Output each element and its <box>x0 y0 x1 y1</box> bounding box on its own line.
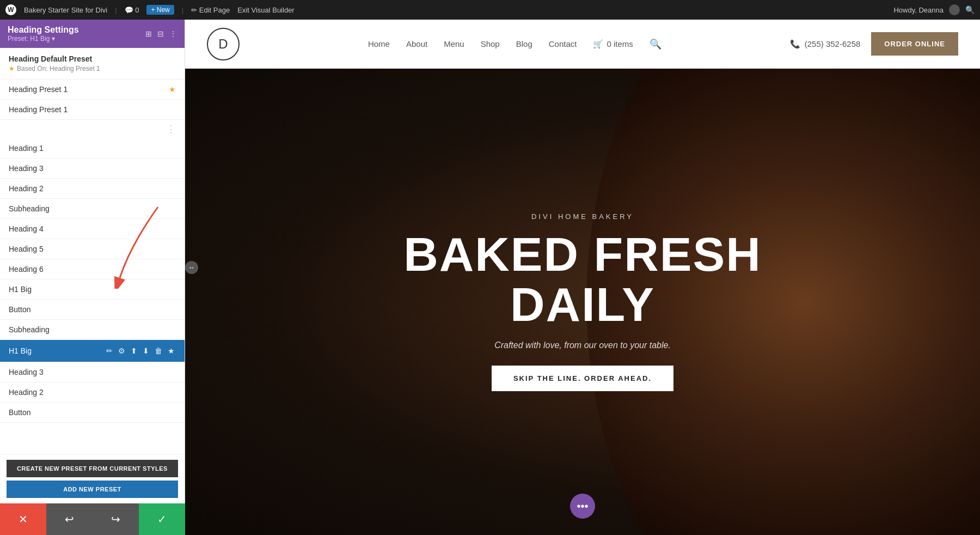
list-item[interactable]: Heading Preset 1 ★ <box>0 80 185 100</box>
preset-actions-bar: ✏ ⚙ ⬆ ⬇ 🗑 ★ <box>105 345 176 356</box>
wp-logo[interactable]: W <box>5 4 16 15</box>
floating-dots-button[interactable]: ••• <box>570 494 595 519</box>
nav-home[interactable]: Home <box>368 39 390 48</box>
redo-button[interactable]: ↪ <box>93 503 139 535</box>
hero-title: BAKED FRESH DAILY <box>392 229 773 330</box>
sidebar-footer: CREATE NEW PRESET FROM CURRENT STYLES AD… <box>0 454 185 503</box>
preset-list-scroll[interactable]: Heading Default Preset ★ Based On: Headi… <box>0 48 185 454</box>
phone-area: 📞 (255) 352-6258 <box>790 39 861 49</box>
based-on-star: ★ <box>9 65 15 72</box>
panel-icon-2[interactable]: ⊟ <box>157 29 164 38</box>
add-preset-button[interactable]: ADD NEW PRESET <box>7 481 178 498</box>
list-item[interactable]: Subheading <box>0 199 185 219</box>
list-item[interactable]: Heading 3 <box>0 159 185 179</box>
preview-area: D Home About Menu Shop Blog Contact 🛒 0 … <box>185 20 980 535</box>
sidebar-panel: Heading Settings Preset: H1 Big ▾ ⊞ ⊟ ⋮ … <box>0 20 185 535</box>
hero-subtitle: DIVI HOME BAKERY <box>392 212 773 221</box>
site-name-link[interactable]: Bakery Starter Site for Divi <box>24 6 107 14</box>
order-online-button[interactable]: ORDER ONLINE <box>871 32 958 56</box>
new-button[interactable]: + New <box>146 5 174 15</box>
nav-blog[interactable]: Blog <box>516 39 532 48</box>
admin-bar: W Bakery Starter Site for Divi | 💬 0 + N… <box>0 0 980 20</box>
h1-big-active-item[interactable]: H1 Big ✏ ⚙ ⬆ ⬇ 🗑 ★ <box>0 340 185 362</box>
sidebar-header: Heading Settings Preset: H1 Big ▾ ⊞ ⊟ ⋮ <box>0 20 185 48</box>
delete-preset-icon[interactable]: 🗑 <box>154 345 163 356</box>
cart-icon: 🛒 <box>593 39 603 49</box>
undo-button[interactable]: ↩ <box>46 503 93 535</box>
site-right: 📞 (255) 352-6258 ORDER ONLINE <box>790 32 958 56</box>
site-logo[interactable]: D <box>207 28 240 60</box>
list-item[interactable]: Heading 2 <box>0 382 185 403</box>
list-item[interactable]: Button <box>0 300 185 320</box>
star-icon: ★ <box>169 85 176 94</box>
create-preset-button[interactable]: CREATE NEW PRESET FROM CURRENT STYLES <box>7 460 178 477</box>
nav-shop[interactable]: Shop <box>481 39 500 48</box>
edit-preset-icon[interactable]: ✏ <box>105 345 114 356</box>
main-area: Heading Settings Preset: H1 Big ▾ ⊞ ⊟ ⋮ … <box>0 20 980 535</box>
star-preset-icon[interactable]: ★ <box>167 345 176 356</box>
based-on-label: ★ Based On: Heading Preset 1 <box>9 65 176 72</box>
hero-section: DIVI HOME BAKERY BAKED FRESH DAILY Craft… <box>185 69 980 535</box>
site-navigation: D Home About Menu Shop Blog Contact 🛒 0 … <box>185 20 980 69</box>
list-item[interactable]: Heading 6 <box>0 259 185 279</box>
list-item[interactable]: Heading Preset 1 <box>0 100 185 120</box>
list-item[interactable]: Subheading <box>0 320 185 340</box>
admin-bar-left: W Bakery Starter Site for Divi | 💬 0 + N… <box>5 4 886 15</box>
list-item[interactable]: Heading 4 <box>0 219 185 239</box>
list-item[interactable]: H1 Big <box>0 279 185 300</box>
import-preset-icon[interactable]: ⬆ <box>130 345 138 356</box>
panel-title: Heading Settings <box>8 25 79 35</box>
confirm-button[interactable]: ✓ <box>139 503 185 535</box>
comment-count[interactable]: 💬 0 <box>125 6 139 14</box>
exit-builder-link[interactable]: Exit Visual Builder <box>237 6 295 14</box>
preset-selector[interactable]: Preset: H1 Big ▾ <box>8 35 79 42</box>
default-preset-section: Heading Default Preset ★ Based On: Headi… <box>0 48 185 80</box>
default-preset-name: Heading Default Preset <box>9 54 176 63</box>
nav-contact[interactable]: Contact <box>549 39 577 48</box>
nav-about[interactable]: About <box>406 39 427 48</box>
howdy-text: Howdy, Deanna <box>893 6 944 14</box>
admin-bar-right: Howdy, Deanna 🔍 <box>893 4 975 15</box>
user-avatar <box>949 4 960 15</box>
list-item[interactable]: Heading 1 <box>0 138 185 159</box>
site-search-icon[interactable]: 🔍 <box>650 38 661 50</box>
list-item[interactable]: Button <box>0 403 185 423</box>
section-more-dots[interactable]: ⋮ <box>0 120 185 138</box>
resize-handle[interactable]: ↔ <box>185 261 198 274</box>
list-item[interactable]: Heading 5 <box>0 239 185 259</box>
hero-description: Crafted with love, from our oven to your… <box>392 341 773 350</box>
bottom-toolbar: ✕ ↩ ↪ ✓ <box>0 503 185 535</box>
cancel-button[interactable]: ✕ <box>0 503 46 535</box>
admin-search-icon[interactable]: 🔍 <box>965 5 975 14</box>
settings-preset-icon[interactable]: ⚙ <box>117 345 126 356</box>
panel-header-actions: ⊞ ⊟ ⋮ <box>145 29 177 38</box>
list-item[interactable]: Heading 2 <box>0 179 185 199</box>
hero-content: DIVI HOME BAKERY BAKED FRESH DAILY Craft… <box>392 212 773 392</box>
panel-icon-3[interactable]: ⋮ <box>169 29 177 38</box>
list-item[interactable]: Heading 3 <box>0 362 185 382</box>
export-preset-icon[interactable]: ⬇ <box>142 345 150 356</box>
hero-cta-button[interactable]: SKIP THE LINE. ORDER AHEAD. <box>492 366 673 391</box>
cart-area[interactable]: 🛒 0 items <box>593 39 633 49</box>
edit-page-link[interactable]: ✏ Edit Page <box>191 6 230 14</box>
nav-menu[interactable]: Menu <box>444 39 464 48</box>
panel-icon-1[interactable]: ⊞ <box>145 29 152 38</box>
site-menu: Home About Menu Shop Blog Contact 🛒 0 it… <box>368 38 661 50</box>
phone-icon: 📞 <box>790 39 800 49</box>
